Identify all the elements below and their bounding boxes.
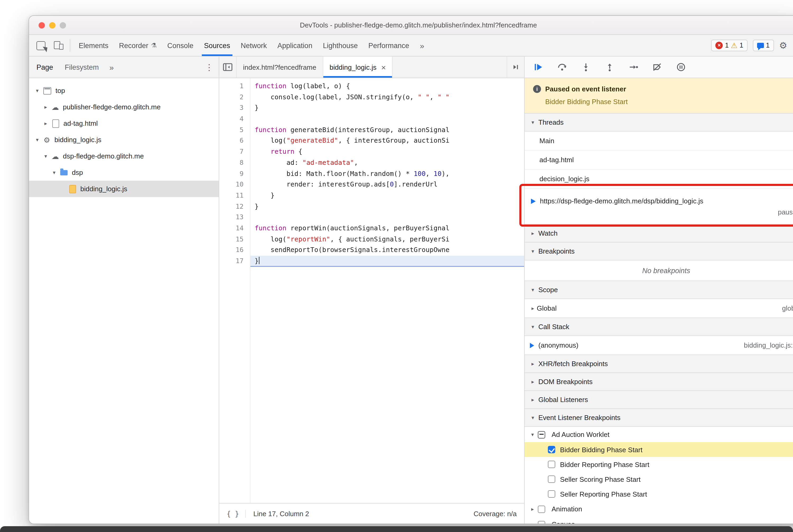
panel-tab-recorder[interactable]: Recorder⚗ [114, 35, 162, 56]
step-icon[interactable] [628, 62, 639, 72]
chevron-down-icon[interactable]: ▾ [529, 287, 537, 293]
line-number[interactable]: 13 [219, 212, 250, 223]
pause-on-exceptions-icon[interactable] [676, 62, 686, 72]
line-number[interactable]: 5 [219, 125, 250, 135]
inspect-element-icon[interactable] [36, 41, 45, 50]
navigator-tabs-overflow-icon[interactable]: » [109, 63, 114, 72]
tree-item-top[interactable]: ▾top [29, 82, 219, 99]
panel-tab-network[interactable]: Network [235, 35, 272, 56]
listener-bidder-reporting-phase-start[interactable]: Bidder Reporting Phase Start [525, 457, 793, 472]
line-number-gutter[interactable]: 1234567891011121314151617 [219, 78, 250, 503]
line-number[interactable]: 1 [219, 81, 250, 92]
listener-seller-reporting-phase-start[interactable]: Seller Reporting Phase Start [525, 487, 793, 501]
panel-tab-performance[interactable]: Performance [363, 35, 415, 56]
tree-item-publisher-fledge-demo-glitch-me[interactable]: ▸☁publisher-fledge-demo.glitch.me [29, 99, 219, 115]
unchecked-checkbox[interactable] [548, 475, 555, 483]
chevron-down-icon[interactable]: ▾ [529, 119, 537, 125]
section-header-dom-breakpoints[interactable]: ▸DOM Breakpoints [525, 373, 793, 391]
listener-bidder-bidding-phase-start[interactable]: Bidder Bidding Phase Start [525, 442, 793, 457]
panel-tab-application[interactable]: Application [272, 35, 318, 56]
code-line-6[interactable]: log("generateBid", { interestGroup, auct… [250, 135, 524, 146]
navigator-tab-page[interactable]: Page [36, 63, 53, 71]
section-header-scope[interactable]: ▾Scope [525, 281, 793, 299]
code-line-16[interactable]: sendReportTo(browserSignals.interestGrou… [250, 245, 524, 256]
tree-item-bidding-logic-js[interactable]: bidding_logic.js [29, 181, 219, 197]
code-line-12[interactable]: } [250, 201, 524, 212]
chevron-down-icon[interactable]: ▾ [33, 137, 41, 142]
section-header-xhr-fetch-breakpoints[interactable]: ▸XHR/fetch Breakpoints [525, 355, 793, 373]
chevron-right-icon[interactable]: ▸ [529, 230, 537, 236]
pretty-print-icon[interactable]: { } [227, 510, 246, 517]
chevron-right-icon[interactable]: ▸ [529, 521, 536, 524]
navigator-more-menu-icon[interactable]: ⋮ [205, 62, 213, 72]
line-number[interactable]: 6 [219, 135, 250, 146]
chevron-down-icon[interactable]: ▾ [42, 153, 50, 159]
section-header-call-stack[interactable]: ▾Call Stack [525, 318, 793, 336]
chevron-down-icon[interactable]: ▾ [50, 170, 58, 175]
errors-warnings-badge[interactable]: × 1 ⚠ 1 [711, 40, 748, 51]
code-line-5[interactable]: function generateBid(interestGroup, auct… [250, 125, 524, 135]
code-line-10[interactable]: render: interestGroup.ads[0].renderUrl [250, 179, 524, 190]
unchecked-checkbox[interactable] [538, 521, 545, 524]
tree-item-ad-tag-html[interactable]: ▸ad-tag.html [29, 115, 219, 132]
chevron-down-icon[interactable]: ▾ [33, 88, 41, 94]
code-line-1[interactable]: function log(label, o) { [250, 81, 524, 92]
thread-row-main[interactable]: Main [525, 132, 793, 151]
editor-tab-bidding-logic-js[interactable]: bidding_logic.js× [323, 57, 393, 78]
listener-category-animation[interactable]: ▸Animation [525, 501, 793, 517]
tree-item-dsp[interactable]: ▾dsp [29, 164, 219, 181]
chevron-right-icon[interactable]: ▸ [42, 104, 50, 110]
section-header-event-listener-breakpoints[interactable]: ▾Event Listener Breakpoints [525, 408, 793, 427]
step-over-icon[interactable] [557, 62, 567, 72]
chevron-down-icon[interactable]: ▾ [529, 432, 536, 437]
unchecked-checkbox[interactable] [548, 461, 555, 468]
deactivate-breakpoints-icon[interactable] [652, 62, 662, 72]
chevron-right-icon[interactable]: ▸ [529, 397, 537, 403]
scope-row-global[interactable]: ▸Globalglobal [525, 299, 793, 318]
chevron-down-icon[interactable]: ▾ [529, 324, 537, 330]
code-line-9[interactable]: bid: Math.floor(Math.random() * 100, 10)… [250, 168, 524, 179]
chevron-down-icon[interactable]: ▾ [529, 415, 537, 420]
chevron-right-icon[interactable]: ▸ [529, 361, 537, 367]
panel-tab-elements[interactable]: Elements [73, 35, 114, 56]
code-line-7[interactable]: return { [250, 146, 524, 157]
line-number[interactable]: 7 [219, 146, 250, 157]
line-number[interactable]: 10 [219, 179, 250, 190]
line-number[interactable]: 8 [219, 157, 250, 168]
open-more-tabs-icon[interactable] [507, 57, 524, 78]
thread-row-ad-tag-html[interactable]: ad-tag.html [525, 151, 793, 170]
code-line-4[interactable] [250, 114, 524, 125]
section-header-threads[interactable]: ▾Threads [525, 113, 793, 132]
issues-badge[interactable]: 1 [753, 40, 774, 51]
thread-row-paused[interactable]: https://dsp-fledge-demo.glitch.me/dsp/bi… [525, 189, 793, 225]
panel-tab-sources[interactable]: Sources [199, 35, 235, 56]
chevron-right-icon[interactable]: ▸ [529, 506, 536, 512]
navigator-tab-filesystem[interactable]: Filesystem [65, 63, 99, 71]
editor-tab-index-html-fencedframe[interactable]: index.html?fencedframe [237, 57, 323, 78]
line-number[interactable]: 9 [219, 168, 250, 179]
chevron-right-icon[interactable]: ▸ [42, 120, 50, 126]
line-number[interactable]: 17 [219, 256, 250, 267]
code-line-11[interactable]: } [250, 190, 524, 201]
line-number[interactable]: 4 [219, 114, 250, 125]
code-line-8[interactable]: ad: "ad-metadata", [250, 157, 524, 168]
chevron-right-icon[interactable]: ▸ [529, 305, 537, 311]
code-line-14[interactable]: function reportWin(auctionSignals, perBu… [250, 223, 524, 234]
line-number[interactable]: 11 [219, 190, 250, 201]
line-number[interactable]: 15 [219, 234, 250, 245]
panel-tab-lighthouse[interactable]: Lighthouse [318, 35, 363, 56]
close-tab-icon[interactable]: × [381, 63, 386, 72]
checked-checkbox[interactable] [548, 446, 555, 453]
section-header-watch[interactable]: ▸Watch [525, 224, 793, 243]
code-line-13[interactable] [250, 212, 524, 223]
indeterminate-checkbox[interactable] [538, 431, 545, 438]
settings-gear-icon[interactable]: ⚙ [779, 41, 788, 50]
line-number[interactable]: 3 [219, 103, 250, 114]
section-header-global-listeners[interactable]: ▸Global Listeners [525, 391, 793, 409]
panel-tabs-overflow-icon[interactable]: » [414, 35, 430, 56]
listener-category-canvas[interactable]: ▸Canvas [525, 517, 793, 524]
listener-seller-scoring-phase-start[interactable]: Seller Scoring Phase Start [525, 472, 793, 487]
line-number[interactable]: 14 [219, 223, 250, 234]
chevron-down-icon[interactable]: ▾ [529, 248, 537, 254]
thread-row-decision-logic-js[interactable]: decision_logic.js [525, 170, 793, 189]
